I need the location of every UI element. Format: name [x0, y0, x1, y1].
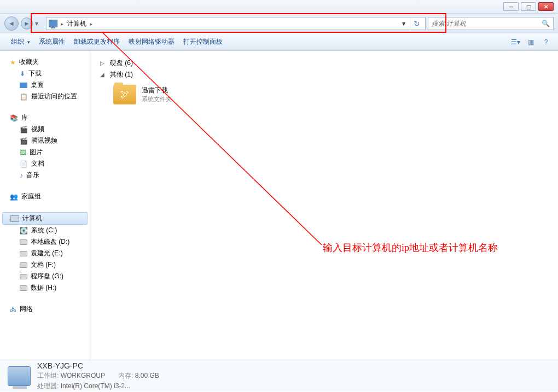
- expand-icon: ▷: [100, 60, 107, 66]
- desktop-icon: [20, 83, 27, 88]
- drive-icon: [20, 285, 27, 291]
- group-other[interactable]: ◢ 其他 (1): [100, 69, 548, 80]
- sidebar-tencent-video[interactable]: 🎬腾讯视频: [0, 135, 90, 147]
- computer-name: XXB-YJG-PC: [37, 361, 159, 370]
- history-dropdown[interactable]: ▾: [35, 20, 42, 27]
- sidebar-downloads[interactable]: ⬇下载: [0, 68, 90, 79]
- recent-icon: 📋: [20, 93, 28, 101]
- toolbar: 组织 系统属性 卸载或更改程序 映射网络驱动器 打开控制面板 ☰▾ ▥ ?: [0, 33, 558, 51]
- maximize-button[interactable]: ▢: [521, 2, 536, 11]
- content-pane: ▷ 硬盘 (6) ◢ 其他 (1) 🕊 迅雷下载 系统文件夹: [90, 51, 558, 360]
- main: ★收藏夹 ⬇下载 桌面 📋最近访问的位置 📚库 🎬视频 🎬腾讯视频 🖼图片 📄文…: [0, 51, 558, 360]
- preview-pane-icon[interactable]: ▥: [525, 37, 536, 48]
- drive-icon: [20, 239, 27, 245]
- window-buttons: ─ ▢ ✕: [503, 2, 554, 11]
- music-icon: ♪: [20, 172, 23, 179]
- sidebar-favorites[interactable]: ★收藏夹: [0, 56, 90, 68]
- drive-icon: [20, 274, 27, 279]
- breadcrumb-arrow: ▸: [90, 21, 92, 27]
- sidebar-videos[interactable]: 🎬视频: [0, 124, 90, 135]
- computer-icon: [10, 215, 19, 222]
- picture-icon: 🖼: [20, 149, 26, 156]
- statusbar: XXB-YJG-PC 工作组: WORKGROUP 内存: 8.00 GB 处理…: [0, 360, 558, 391]
- system-drive-icon: 💽: [20, 227, 28, 235]
- sidebar-documents[interactable]: 📄文档: [0, 158, 90, 169]
- group-disks[interactable]: ▷ 硬盘 (6): [100, 57, 548, 69]
- video-icon: 🎬: [20, 126, 28, 133]
- star-icon: ★: [10, 58, 16, 66]
- computer-icon: [49, 20, 57, 27]
- library-icon: 📚: [10, 114, 18, 122]
- address-bar[interactable]: ▸ 计算机 ▸ ▾ ↻: [46, 17, 426, 30]
- address-wrap: ▸ 计算机 ▸ ▾ ↻ 🔍: [46, 17, 554, 30]
- sidebar-drive-d[interactable]: 本地磁盘 (D:): [0, 236, 90, 248]
- sidebar-recent[interactable]: 📋最近访问的位置: [0, 91, 90, 102]
- close-button[interactable]: ✕: [538, 2, 554, 11]
- folder-xunlei-download[interactable]: 🕊 迅雷下载 系统文件夹: [113, 85, 548, 104]
- titlebar: ─ ▢ ✕: [0, 0, 558, 14]
- minimize-button[interactable]: ─: [503, 2, 519, 11]
- view-options-icon[interactable]: ☰▾: [510, 37, 521, 48]
- sidebar-computer[interactable]: 计算机: [2, 212, 88, 225]
- document-icon: 📄: [20, 160, 28, 168]
- folder-name: 迅雷下载: [142, 86, 172, 95]
- video-icon: 🎬: [20, 137, 28, 145]
- forward-button[interactable]: ►: [21, 17, 33, 30]
- sidebar-drive-c[interactable]: 💽系统 (C:): [0, 225, 90, 236]
- sidebar-homegroup[interactable]: 👥家庭组: [0, 191, 90, 202]
- xunlei-logo-icon: 🕊: [120, 90, 129, 100]
- sidebar-libraries[interactable]: 📚库: [0, 112, 90, 124]
- breadcrumb-computer[interactable]: 计算机: [67, 19, 86, 28]
- network-icon: 🖧: [10, 306, 16, 313]
- control-panel-button[interactable]: 打开控制面板: [179, 35, 227, 49]
- map-network-drive-button[interactable]: 映射网络驱动器: [124, 35, 179, 49]
- navbar: ◄ ► ▾ ▸ 计算机 ▸ ▾ ↻ 🔍: [0, 14, 558, 33]
- address-dropdown[interactable]: ▾: [400, 20, 408, 27]
- homegroup-icon: 👥: [10, 193, 18, 201]
- sidebar-music[interactable]: ♪音乐: [0, 169, 90, 181]
- breadcrumb-arrow: ▸: [61, 21, 63, 27]
- sidebar-pictures[interactable]: 🖼图片: [0, 147, 90, 158]
- sidebar-drive-g[interactable]: 程序盘 (G:): [0, 271, 90, 282]
- sidebar-desktop[interactable]: 桌面: [0, 79, 90, 91]
- computer-large-icon: [8, 366, 31, 386]
- collapse-icon: ◢: [100, 72, 107, 78]
- search-icon[interactable]: 🔍: [542, 20, 550, 27]
- system-properties-button[interactable]: 系统属性: [34, 35, 69, 49]
- sidebar-drive-e[interactable]: 袁建光 (E:): [0, 248, 90, 259]
- sidebar: ★收藏夹 ⬇下载 桌面 📋最近访问的位置 📚库 🎬视频 🎬腾讯视频 🖼图片 📄文…: [0, 51, 90, 360]
- refresh-button[interactable]: ↻: [410, 17, 423, 30]
- help-icon[interactable]: ?: [540, 37, 551, 48]
- drive-icon: [20, 251, 27, 256]
- search-box[interactable]: 🔍: [428, 17, 554, 30]
- drive-icon: [20, 262, 27, 268]
- back-button[interactable]: ◄: [4, 16, 19, 31]
- sidebar-drive-h[interactable]: 数据 (H:): [0, 282, 90, 294]
- uninstall-button[interactable]: 卸载或更改程序: [69, 35, 124, 49]
- sidebar-drive-f[interactable]: 文档 (F:): [0, 259, 90, 271]
- folder-type: 系统文件夹: [142, 95, 172, 103]
- download-icon: ⬇: [20, 70, 25, 78]
- organize-menu[interactable]: 组织: [7, 35, 34, 49]
- sidebar-network[interactable]: 🖧网络: [0, 303, 90, 315]
- search-input[interactable]: [432, 20, 542, 27]
- folder-icon: 🕊: [113, 85, 136, 104]
